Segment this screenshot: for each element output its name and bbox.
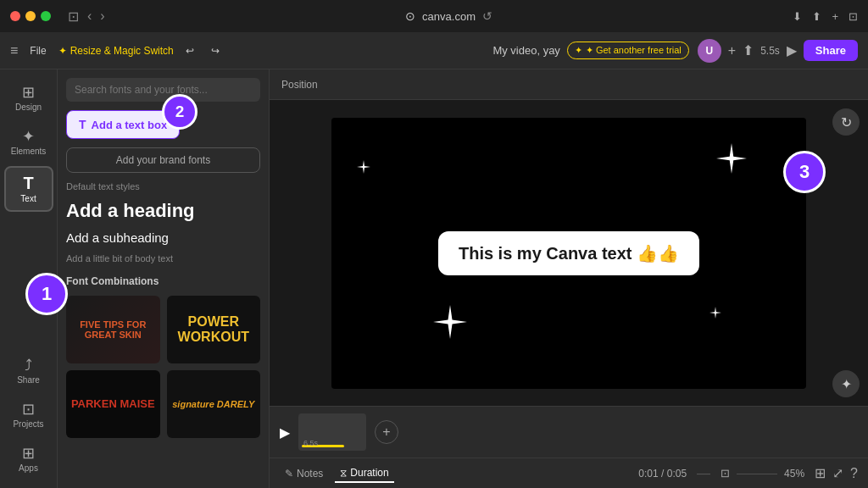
font-combo-card-3[interactable]: PARKEN MAISE xyxy=(66,370,160,438)
sparkle-icon-br xyxy=(709,307,721,321)
browser-icon: ⊙ xyxy=(405,9,415,23)
sidebar-toggle-icon[interactable]: ⊡ xyxy=(68,8,79,25)
font-card-text: POWER WORKOUT xyxy=(167,311,261,348)
navigation-controls: ⊡ ‹ › xyxy=(68,8,105,25)
video-title: My video, yay xyxy=(492,44,559,57)
canvas-text-element[interactable]: This is my Canva text 👍👍 xyxy=(438,231,699,275)
add-text-box-container: T Add a text box 2 xyxy=(66,110,260,139)
timeline-area: ▶ 6.5s + ✎ Notes ⧖ Duration 0:01 / 0:05 … xyxy=(270,406,868,488)
position-label: Position xyxy=(281,79,318,91)
share-button[interactable]: Share xyxy=(804,40,858,61)
avatar[interactable]: U xyxy=(698,39,721,63)
share-icon[interactable]: ⬆ xyxy=(812,10,821,23)
canvas-topbar: Position xyxy=(270,69,868,100)
add-tab-icon[interactable]: + xyxy=(832,10,838,23)
rotate-button[interactable]: ↻ xyxy=(832,108,860,136)
time-display: 5.5s xyxy=(760,45,780,57)
time-counter: 0:01 / 0:05 xyxy=(638,468,687,480)
redo-button[interactable]: ↪ xyxy=(206,42,225,60)
font-combinations-grid: FIVE TIPS FOR GREAT SKIN POWER WORKOUT P… xyxy=(66,296,260,438)
sidebar-item-elements[interactable]: ✦ Elements xyxy=(4,122,53,163)
get-trial-button[interactable]: ✦ ✦ Get another free trial xyxy=(567,42,689,59)
toolbar-left: ≡ File ✦ Resize & Magic Switch ↩ ↪ xyxy=(10,42,484,60)
canvas-area: Position ↻ 3 xyxy=(270,69,868,488)
refresh-icon[interactable]: ↺ xyxy=(482,9,492,23)
font-combo-card-2[interactable]: POWER WORKOUT xyxy=(167,296,261,363)
design-icon: ⊞ xyxy=(22,85,35,100)
sidebar-item-apps[interactable]: ⊞ Apps xyxy=(4,439,53,480)
sidebar-item-projects[interactable]: ⊡ Projects xyxy=(4,395,53,435)
sidebar-item-label: Design xyxy=(15,103,42,112)
sidebar-item-label: Apps xyxy=(19,463,38,473)
toolbar-right: U + ⬆ 5.5s ▶ Share xyxy=(698,39,858,63)
play-icon[interactable]: ▶ xyxy=(787,42,797,58)
minimize-button[interactable] xyxy=(25,11,36,21)
canvas-settings-button[interactable]: ✦ xyxy=(832,370,860,397)
grid-icon[interactable]: ⊞ xyxy=(815,465,826,481)
font-search-input[interactable] xyxy=(66,78,260,102)
annotation-2: 2 xyxy=(162,94,198,130)
upload-icon[interactable]: ⬆ xyxy=(743,42,754,58)
close-button[interactable] xyxy=(10,11,20,21)
back-icon[interactable]: ‹ xyxy=(87,8,92,25)
design-canvas[interactable]: This is my Canva text 👍👍 xyxy=(331,118,806,389)
undo-button[interactable]: ↩ xyxy=(181,42,199,60)
url-text: canva.com xyxy=(422,10,476,23)
text-icon: T xyxy=(79,118,86,131)
add-collaborator-icon[interactable]: + xyxy=(728,43,736,58)
text-panel: T Add a text box 2 Add your brand fonts … xyxy=(58,69,270,488)
fullscreen-icon[interactable]: ⤢ xyxy=(832,465,843,481)
browser-actions: ⬇ ⬆ + ⊡ xyxy=(793,10,858,23)
sidebar-item-label: Elements xyxy=(11,147,47,156)
font-combo-card-1[interactable]: FIVE TIPS FOR GREAT SKIN xyxy=(66,296,160,363)
sparkle-icon-tl xyxy=(357,160,370,176)
zoom-level: 45% xyxy=(784,468,804,480)
font-card-text: signature DARELY xyxy=(169,396,258,413)
app-toolbar: ≡ File ✦ Resize & Magic Switch ↩ ↪ My vi… xyxy=(0,32,868,69)
add-body-button[interactable]: Add a little bit of body text xyxy=(66,253,260,263)
sidebar-item-text[interactable]: T Text xyxy=(4,166,53,212)
timeline-slider[interactable]: ———— xyxy=(737,468,777,480)
share-icon: ⤴ xyxy=(25,358,32,373)
main-content: 1 ⊞ Design ✦ Elements T Text ⤴ Share ⊡ P… xyxy=(0,69,868,488)
apps-icon: ⊞ xyxy=(22,446,35,461)
brand-fonts-button[interactable]: Add your brand fonts xyxy=(66,147,260,173)
projects-icon: ⊡ xyxy=(22,402,35,417)
toolbar-center: My video, yay ✦ ✦ Get another free trial xyxy=(492,42,688,59)
font-card-text: PARKEN MAISE xyxy=(68,394,159,414)
duration-button[interactable]: ⧖ Duration xyxy=(335,464,393,483)
play-button[interactable]: ▶ xyxy=(280,424,290,441)
font-combo-card-4[interactable]: signature DARELY xyxy=(167,370,261,438)
timeline-track: ▶ 6.5s + xyxy=(270,407,868,458)
clip-duration: 6.5s xyxy=(303,439,318,447)
file-menu-button[interactable]: File xyxy=(25,42,51,60)
help-icon[interactable]: ? xyxy=(850,466,858,481)
hamburger-icon[interactable]: ≡ xyxy=(10,43,18,58)
fit-icon[interactable]: ⊡ xyxy=(721,467,730,480)
maximize-button[interactable] xyxy=(41,11,51,21)
add-clip-button[interactable]: + xyxy=(375,420,398,444)
resize-magic-switch[interactable]: ✦ Resize & Magic Switch xyxy=(58,45,174,57)
text-icon: T xyxy=(23,175,33,191)
elements-icon: ✦ xyxy=(22,129,35,144)
sidebar-item-label: Projects xyxy=(13,419,43,429)
default-styles-label: Default text styles xyxy=(66,181,260,191)
add-heading-button[interactable]: Add a heading xyxy=(66,200,260,222)
sidebar-item-share[interactable]: ⤴ Share xyxy=(4,351,53,391)
sidebar-item-label: Text xyxy=(20,194,36,203)
separator-icon: — xyxy=(697,466,710,481)
notes-button[interactable]: ✎ Notes xyxy=(280,465,328,482)
font-combinations-label: Font Combinations xyxy=(66,275,260,287)
add-subheading-button[interactable]: Add a subheading xyxy=(66,230,260,245)
font-card-text: FIVE TIPS FOR GREAT SKIN xyxy=(66,316,160,343)
address-bar[interactable]: ⊙ canva.com ↺ xyxy=(112,9,787,23)
sidebar-item-design[interactable]: ⊞ Design xyxy=(4,78,53,119)
tabs-icon[interactable]: ⊡ xyxy=(849,10,858,23)
annotation-1: 1 xyxy=(25,273,68,315)
forward-icon[interactable]: › xyxy=(100,8,104,25)
star-icon: ✦ xyxy=(58,45,67,57)
timeline-clip[interactable]: 6.5s xyxy=(298,413,366,451)
add-text-box-button[interactable]: T Add a text box 2 xyxy=(66,110,180,139)
download-icon[interactable]: ⬇ xyxy=(793,10,802,23)
timeline-footer: ✎ Notes ⧖ Duration 0:01 / 0:05 — ⊡ ———— … xyxy=(270,458,868,488)
